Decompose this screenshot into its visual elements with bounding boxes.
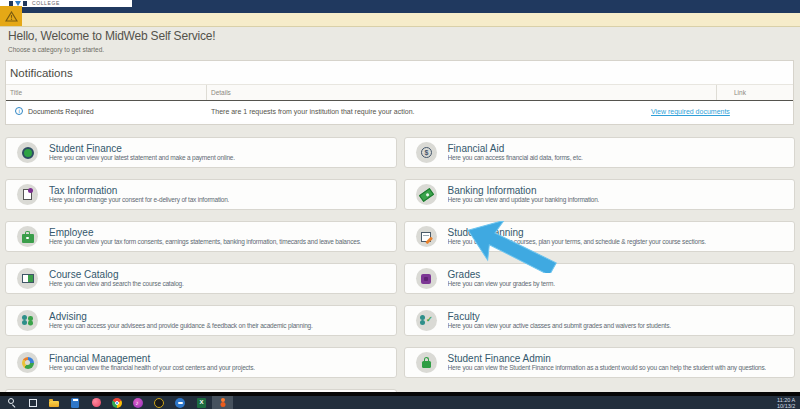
page-subtitle: Choose a category to get started.	[8, 46, 215, 53]
active-app-icon[interactable]	[212, 396, 233, 409]
category-card-student-finance[interactable]: Student FinanceHere you can view your la…	[5, 137, 397, 168]
faculty-icon	[416, 310, 437, 331]
notification-details: There are 1 requests from your instituti…	[211, 108, 415, 115]
emblem-icon[interactable]	[149, 396, 170, 409]
card-title: Banking Information	[448, 185, 600, 196]
card-title: Employee	[49, 227, 361, 238]
card-title: Student Finance	[49, 143, 235, 154]
card-title: Advising	[49, 311, 313, 322]
notifications-table-header: Title Details Link	[6, 84, 793, 101]
card-title: Tax Information	[49, 185, 229, 196]
card-title: Grades	[448, 269, 555, 280]
column-header-details: Details	[211, 89, 231, 96]
notification-row: Documents Required There are 1 requests …	[6, 101, 793, 122]
column-divider	[716, 85, 717, 100]
card-description: Here you can view your active classes an…	[448, 322, 671, 330]
card-description: Here you can view your latest statement …	[49, 154, 235, 162]
music-icon[interactable]	[128, 396, 149, 409]
clock-date: 10/13/2	[777, 404, 800, 409]
notifications-title: Notifications	[6, 61, 793, 84]
warning-triangle-icon[interactable]	[0, 6, 22, 26]
book-icon	[17, 268, 38, 289]
card-description: Here you can view the Student Finance in…	[448, 364, 767, 372]
dollar-circle-icon	[416, 142, 437, 163]
card-description: Here you can view your grades by term.	[448, 280, 555, 288]
people-icon	[17, 310, 38, 331]
card-description: Here you can access financial aid data, …	[448, 154, 583, 162]
card-title: Financial Management	[49, 353, 255, 364]
category-card-student-finance-admin[interactable]: Student Finance AdminHere you can view t…	[404, 347, 796, 378]
task-view-icon[interactable]	[23, 396, 44, 409]
onedrive-icon[interactable]	[170, 396, 191, 409]
category-card-financial-aid[interactable]: Financial AidHere you can access financi…	[404, 137, 796, 168]
banknote-icon	[416, 184, 437, 205]
pie-chart-icon	[17, 352, 38, 373]
card-title: Faculty	[448, 311, 671, 322]
card-description: Here you can access your advisees and pr…	[49, 322, 313, 330]
self-service-screen: COLLEGE Hello, Welcome to MidWeb Self Se…	[0, 0, 800, 409]
card-description: Here you can change your consent for e-d…	[49, 196, 229, 204]
greeting-section: Hello, Welcome to MidWeb Self Service! C…	[8, 29, 215, 53]
tax-document-icon	[17, 184, 38, 205]
planning-icon	[416, 226, 437, 247]
briefcase-icon	[17, 226, 38, 247]
category-card-financial-management[interactable]: Financial ManagementHere you can view th…	[5, 347, 397, 378]
category-card-tax-information[interactable]: Tax InformationHere you can change your …	[5, 179, 397, 210]
grades-icon	[416, 268, 437, 289]
card-description: Here you can view the financial health o…	[49, 364, 255, 372]
notification-title: Documents Required	[28, 108, 94, 115]
category-card-course-catalog[interactable]: Course CatalogHere you can view and sear…	[5, 263, 397, 294]
taskbar[interactable]	[0, 396, 800, 409]
card-title: Student Finance Admin	[448, 353, 767, 364]
card-title: Course Catalog	[49, 269, 184, 280]
info-icon	[15, 107, 23, 115]
category-card-student-planning[interactable]: Student PlanningHere you can search for …	[404, 221, 796, 252]
category-card-advising[interactable]: AdvisingHere you can access your advisee…	[5, 305, 397, 336]
logo-mark-icon	[23, 1, 27, 6]
card-description: Here you can view and update your bankin…	[448, 196, 600, 204]
category-card-grades[interactable]: GradesHere you can view your grades by t…	[404, 263, 796, 294]
alert-banner	[0, 13, 800, 27]
chrome-icon[interactable]	[107, 396, 128, 409]
excel-icon[interactable]	[191, 396, 212, 409]
logo-text: COLLEGE	[32, 1, 60, 6]
file-explorer-icon[interactable]	[44, 396, 65, 409]
view-required-documents-link[interactable]: View required documents	[651, 108, 730, 115]
category-card-faculty[interactable]: FacultyHere you can view your active cla…	[404, 305, 796, 336]
card-description: Here you can view and search the course …	[49, 280, 184, 288]
category-card-employee[interactable]: EmployeeHere you can view your tax form …	[5, 221, 397, 252]
photos-icon[interactable]	[86, 396, 107, 409]
notifications-panel: Notifications Title Details Link Documen…	[5, 60, 794, 125]
card-description: Here you can view your tax form consents…	[49, 238, 361, 246]
category-card-banking-information[interactable]: Banking InformationHere you can view and…	[404, 179, 796, 210]
admin-icon	[416, 352, 437, 373]
card-description: Here you can search for courses, plan yo…	[448, 238, 706, 246]
calculator-icon[interactable]	[65, 396, 86, 409]
coin-icon	[17, 142, 38, 163]
column-header-title: Title	[10, 89, 22, 96]
page-title: Hello, Welcome to MidWeb Self Service!	[8, 29, 215, 43]
card-grid: Student FinanceHere you can view your la…	[5, 137, 795, 409]
taskbar-clock[interactable]: 11:20 A 10/13/2	[777, 398, 800, 409]
search-icon[interactable]	[2, 396, 23, 409]
card-title: Financial Aid	[448, 143, 583, 154]
column-divider	[206, 85, 207, 100]
column-header-link: Link	[734, 89, 746, 96]
card-title: Student Planning	[448, 227, 706, 238]
